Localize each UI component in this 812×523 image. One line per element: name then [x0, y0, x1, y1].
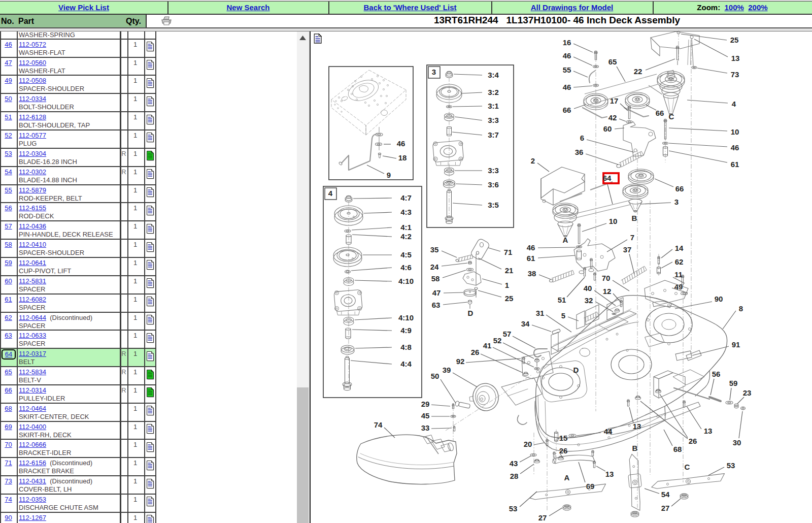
svg-text:33: 33 [421, 423, 430, 432]
svg-text:55: 55 [563, 66, 571, 74]
svg-text:74: 74 [374, 420, 383, 429]
svg-text:13: 13 [605, 470, 614, 478]
svg-text:65: 65 [608, 57, 617, 66]
svg-text:28: 28 [510, 472, 519, 480]
svg-text:39: 39 [443, 366, 451, 374]
svg-text:63: 63 [432, 301, 441, 309]
svg-text:4:5: 4:5 [400, 250, 412, 259]
svg-text:42: 42 [608, 113, 617, 122]
svg-text:4:7: 4:7 [400, 193, 412, 202]
svg-text:10: 10 [731, 127, 739, 136]
svg-text:23: 23 [743, 388, 752, 397]
svg-text:46: 46 [527, 243, 535, 252]
svg-text:15: 15 [559, 434, 568, 442]
svg-text:9: 9 [387, 171, 391, 179]
svg-text:3:4: 3:4 [488, 71, 499, 79]
svg-text:3:5: 3:5 [488, 201, 499, 209]
svg-text:20: 20 [524, 440, 532, 448]
svg-text:26: 26 [471, 348, 480, 356]
svg-text:4:2: 4:2 [400, 232, 412, 241]
svg-text:90: 90 [715, 295, 723, 303]
svg-text:3: 3 [674, 198, 679, 206]
svg-text:47: 47 [432, 288, 441, 297]
svg-text:3:7: 3:7 [488, 130, 499, 139]
svg-text:4:6: 4:6 [400, 263, 412, 272]
svg-text:3:3: 3:3 [488, 166, 499, 175]
svg-text:91: 91 [732, 340, 740, 349]
svg-text:3:2: 3:2 [488, 88, 499, 96]
svg-text:4:1: 4:1 [400, 223, 412, 232]
svg-text:22: 22 [634, 67, 642, 76]
svg-text:46: 46 [563, 51, 571, 60]
svg-text:27: 27 [661, 504, 670, 512]
svg-text:25: 25 [505, 294, 514, 303]
svg-text:37: 37 [623, 245, 632, 254]
svg-text:26: 26 [559, 446, 568, 455]
svg-text:4:4: 4:4 [400, 359, 412, 368]
svg-text:12: 12 [603, 287, 612, 296]
svg-text:4:10: 4:10 [398, 277, 414, 285]
svg-text:35: 35 [430, 245, 439, 254]
svg-text:17: 17 [610, 96, 619, 105]
svg-text:6: 6 [580, 134, 584, 142]
svg-text:13: 13 [633, 422, 641, 431]
svg-text:51: 51 [558, 296, 566, 304]
svg-text:66: 66 [675, 184, 684, 193]
svg-text:59: 59 [729, 379, 738, 387]
svg-text:36: 36 [575, 148, 584, 156]
svg-text:D: D [573, 366, 579, 374]
svg-text:73: 73 [731, 70, 739, 79]
svg-text:50: 50 [431, 372, 439, 380]
svg-text:C: C [685, 463, 690, 471]
svg-text:24: 24 [430, 263, 439, 271]
svg-text:3:3: 3:3 [488, 116, 499, 124]
svg-text:56: 56 [712, 370, 721, 378]
svg-text:43: 43 [510, 459, 518, 468]
svg-text:13: 13 [731, 54, 740, 62]
svg-text:D: D [468, 309, 473, 317]
svg-text:26: 26 [689, 437, 697, 445]
svg-text:5: 5 [561, 311, 565, 320]
svg-text:27: 27 [538, 513, 547, 522]
svg-text:B: B [632, 444, 638, 452]
svg-text:11: 11 [674, 270, 683, 279]
svg-text:92: 92 [456, 357, 465, 366]
svg-text:49: 49 [674, 282, 683, 291]
svg-text:7: 7 [630, 233, 634, 242]
svg-text:A: A [563, 236, 568, 244]
svg-text:66: 66 [656, 109, 664, 117]
svg-text:53: 53 [727, 461, 735, 470]
svg-text:57: 57 [503, 330, 512, 338]
svg-text:2: 2 [531, 156, 535, 165]
svg-text:66: 66 [563, 106, 571, 114]
svg-text:62: 62 [675, 257, 684, 266]
svg-text:B: B [632, 214, 637, 222]
svg-text:38: 38 [528, 269, 536, 278]
svg-text:61: 61 [527, 254, 535, 263]
svg-text:4:3: 4:3 [400, 208, 412, 216]
svg-text:16: 16 [563, 38, 571, 47]
svg-text:4:9: 4:9 [400, 326, 412, 335]
svg-text:46: 46 [397, 139, 405, 148]
svg-text:18: 18 [398, 153, 407, 162]
svg-text:4:8: 4:8 [400, 343, 412, 351]
svg-text:4:10: 4:10 [398, 313, 414, 322]
svg-text:69: 69 [586, 482, 595, 491]
svg-text:1: 1 [505, 281, 509, 289]
svg-text:61: 61 [731, 160, 739, 169]
svg-text:46: 46 [731, 143, 739, 152]
svg-text:70: 70 [602, 274, 611, 282]
svg-text:45: 45 [421, 411, 430, 420]
svg-text:60: 60 [603, 124, 612, 133]
svg-text:53: 53 [509, 504, 518, 513]
svg-text:34: 34 [521, 319, 530, 328]
svg-text:54: 54 [661, 490, 670, 499]
svg-text:14: 14 [675, 244, 684, 252]
svg-text:29: 29 [421, 400, 430, 408]
svg-text:10: 10 [609, 217, 618, 225]
svg-text:52: 52 [493, 336, 502, 345]
svg-text:3: 3 [432, 68, 436, 76]
svg-text:46: 46 [563, 83, 571, 91]
svg-text:3:1: 3:1 [488, 102, 499, 110]
svg-text:A: A [564, 473, 570, 482]
